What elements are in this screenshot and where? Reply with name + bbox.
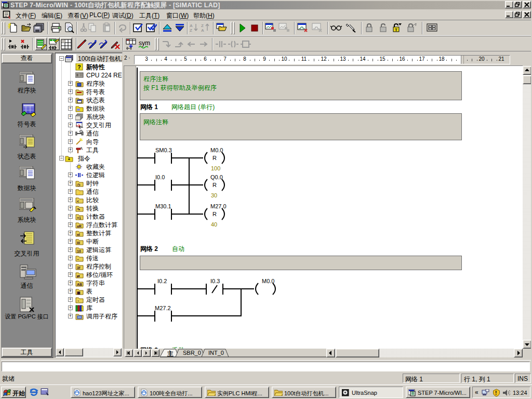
- svg-text:~: ~: [77, 258, 79, 261]
- svg-text:?: ?: [77, 64, 81, 70]
- svg-text:3f: 3f: [77, 266, 81, 270]
- svg-text:AB: AB: [77, 283, 82, 286]
- svg-text:⚡: ⚡: [77, 191, 82, 195]
- svg-text:III: III: [77, 241, 80, 245]
- svg-text:Z: Z: [201, 23, 204, 28]
- svg-text:A: A: [201, 28, 204, 33]
- svg-text:!: !: [495, 390, 497, 396]
- svg-text:<: <: [77, 200, 79, 203]
- svg-text:▦: ▦: [77, 291, 81, 295]
- svg-text:10: 10: [77, 249, 81, 253]
- svg-text:+1: +1: [77, 216, 81, 220]
- svg-text:◷: ◷: [77, 183, 81, 187]
- svg-text:⇄: ⇄: [76, 274, 80, 278]
- svg-text:Z: Z: [190, 28, 192, 33]
- svg-text:A: A: [190, 23, 193, 28]
- svg-text:±I: ±I: [77, 233, 80, 236]
- svg-text:±R: ±R: [77, 224, 82, 228]
- svg-text:◔: ◔: [77, 299, 79, 303]
- svg-text:sym: sym: [139, 39, 150, 47]
- svg-text:T: T: [395, 28, 397, 32]
